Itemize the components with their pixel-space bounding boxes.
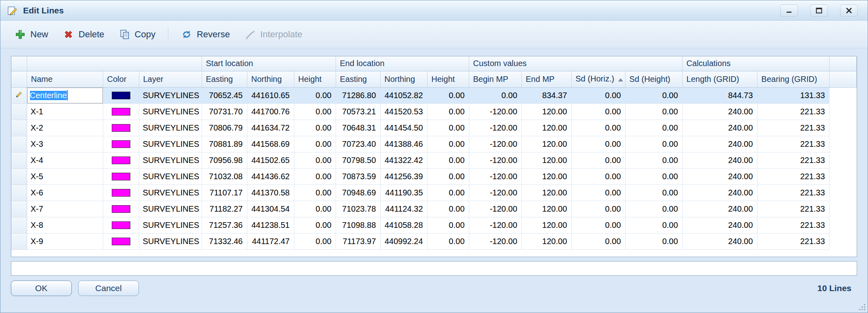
cell-name[interactable]: X-7 [27,201,103,217]
cell-name[interactable]: X-6 [27,184,103,201]
cell-se[interactable]: 71107.17 [202,184,247,201]
cell-name[interactable]: Centerline [27,87,103,103]
cell-color[interactable] [103,201,139,217]
cell-sn[interactable]: 441610.65 [247,87,294,103]
cell-color[interactable] [103,103,139,120]
cell-layer[interactable]: SURVEYLINES [139,103,202,120]
cell-ee[interactable]: 71173.97 [336,233,380,249]
color-swatch[interactable] [112,189,130,197]
cell-sn[interactable]: 441304.54 [247,201,294,217]
cell-bearing[interactable]: 221.33 [757,201,829,217]
cell-eh[interactable]: 0.00 [427,103,469,120]
cell-endMp[interactable]: 834.37 [521,87,571,103]
cell-beginMp[interactable]: -120.00 [469,201,521,217]
cell-ee[interactable]: 71286.80 [336,87,380,103]
row-indicator[interactable] [11,233,27,249]
cell-name[interactable]: X-5 [27,168,103,184]
cell-beginMp[interactable]: -120.00 [469,184,521,201]
column-header-eh[interactable]: Height [427,71,469,87]
cell-en[interactable]: 441520.53 [380,103,427,120]
cell-se[interactable]: 70956.98 [202,152,247,168]
cell-ee[interactable]: 70798.50 [336,152,380,168]
row-indicator[interactable] [11,201,27,217]
cell-layer[interactable]: SURVEYLINES [139,201,202,217]
cell-endMp[interactable]: 120.00 [521,201,571,217]
cell-length[interactable]: 240.00 [682,184,757,201]
row-indicator[interactable] [11,184,27,201]
cell-bearing[interactable]: 221.33 [757,103,829,120]
column-header-name[interactable]: Name [27,71,103,87]
cell-sdHeight[interactable]: 0.00 [625,136,682,152]
cell-bearing[interactable]: 221.33 [757,168,829,184]
cell-layer[interactable]: SURVEYLINES [139,233,202,249]
cell-name[interactable]: X-2 [27,120,103,136]
cell-sdHoriz[interactable]: 0.00 [571,233,625,249]
name-editor[interactable]: Centerline [27,88,103,103]
cell-beginMp[interactable]: -120.00 [469,233,521,249]
cell-name[interactable]: X-9 [27,233,103,249]
cell-sdHoriz[interactable]: 0.00 [571,136,625,152]
column-header-en[interactable]: Northing [380,71,427,87]
cell-en[interactable]: 441454.50 [380,120,427,136]
column-header-se[interactable]: Easting [202,71,247,87]
cell-ee[interactable]: 71098.88 [336,217,380,233]
cell-sn[interactable]: 441172.47 [247,233,294,249]
color-swatch[interactable] [112,108,130,116]
cell-length[interactable]: 240.00 [682,120,757,136]
cell-se[interactable]: 71182.27 [202,201,247,217]
cell-color[interactable] [103,87,139,103]
cell-sh[interactable]: 0.00 [294,217,336,233]
cell-eh[interactable]: 0.00 [427,184,469,201]
cell-color[interactable] [103,152,139,168]
cell-sdHoriz[interactable]: 0.00 [571,120,625,136]
cell-se[interactable]: 70881.89 [202,136,247,152]
cell-sn[interactable]: 441370.58 [247,184,294,201]
column-header-sn[interactable]: Northing [247,71,294,87]
cell-sdHoriz[interactable]: 0.00 [571,201,625,217]
cell-beginMp[interactable]: -120.00 [469,152,521,168]
cell-ee[interactable]: 70948.69 [336,184,380,201]
cell-sdHoriz[interactable]: 0.00 [571,184,625,201]
cell-ee[interactable]: 70648.31 [336,120,380,136]
row-indicator[interactable] [11,136,27,152]
cell-sdHeight[interactable]: 0.00 [625,87,682,103]
cell-eh[interactable]: 0.00 [427,120,469,136]
cell-en[interactable]: 441322.42 [380,152,427,168]
cell-sdHoriz[interactable]: 0.00 [571,152,625,168]
cell-en[interactable]: 441388.46 [380,136,427,152]
cell-endMp[interactable]: 120.00 [521,184,571,201]
row-indicator[interactable] [11,103,27,120]
ok-button[interactable]: OK [11,281,72,296]
cell-sdHoriz[interactable]: 0.00 [571,217,625,233]
cell-bearing[interactable]: 221.33 [757,120,829,136]
cell-bearing[interactable]: 221.33 [757,217,829,233]
column-header-sh[interactable]: Height [294,71,336,87]
cell-ee[interactable]: 71023.78 [336,201,380,217]
cell-en[interactable]: 441256.39 [380,168,427,184]
close-button[interactable] [840,4,858,17]
minimize-button[interactable] [780,4,798,17]
cell-color[interactable] [103,120,139,136]
color-swatch[interactable] [112,124,130,132]
cell-length[interactable]: 844.73 [682,87,757,103]
cell-beginMp[interactable]: -120.00 [469,168,521,184]
copy-button[interactable]: Copy [113,25,162,44]
column-header-sdHeight[interactable]: Sd (Height) [625,71,682,87]
cell-name[interactable]: X-8 [27,217,103,233]
cell-eh[interactable]: 0.00 [427,136,469,152]
cell-bearing[interactable]: 131.33 [757,87,829,103]
cell-layer[interactable]: SURVEYLINES [139,136,202,152]
cell-sdHeight[interactable]: 0.00 [625,217,682,233]
cell-endMp[interactable]: 120.00 [521,233,571,249]
cell-sh[interactable]: 0.00 [294,120,336,136]
column-header-length[interactable]: Length (GRID) [682,71,757,87]
cell-sh[interactable]: 0.00 [294,233,336,249]
cell-eh[interactable]: 0.00 [427,168,469,184]
cell-bearing[interactable]: 221.33 [757,136,829,152]
cell-color[interactable] [103,217,139,233]
cell-sdHeight[interactable]: 0.00 [625,152,682,168]
cell-sdHeight[interactable]: 0.00 [625,103,682,120]
row-indicator[interactable] [11,168,27,184]
color-swatch[interactable] [112,140,130,148]
color-swatch[interactable] [112,173,130,180]
